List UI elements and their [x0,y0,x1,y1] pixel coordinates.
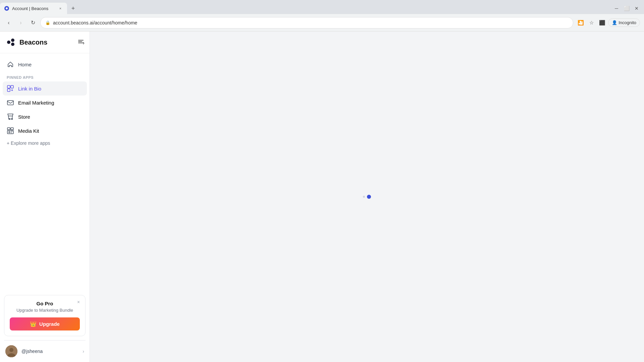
svg-rect-9 [11,85,13,88]
explore-more-link[interactable]: + Explore more apps [3,138,87,148]
upgrade-button[interactable]: 👑 Upgrade [10,317,80,330]
go-pro-close-button[interactable]: × [75,299,82,305]
sidebar-link-in-bio-label: Link in Bio [18,86,41,92]
incognito-indicator[interactable]: 👤 Incognito [608,18,640,27]
tab-close-button[interactable]: × [58,6,63,11]
svg-rect-16 [7,130,13,134]
window-controls: ─ ⬜ ✕ [612,4,644,13]
browser-tab-active[interactable]: Account | Beacons × [0,3,67,14]
crown-icon: 👑 [30,321,37,327]
go-pro-banner: × Go Pro Upgrade to Marketing Bundle 👑 U… [4,295,86,336]
extensions-button[interactable]: ⬛ [597,18,607,27]
go-pro-title: Go Pro [10,301,80,306]
tab-title: Account | Beacons [12,6,55,11]
svg-point-3 [11,39,14,42]
menu-toggle-button[interactable] [77,38,84,47]
bookmark-button[interactable]: ☆ [587,18,596,27]
link-in-bio-icon [7,85,14,92]
svg-rect-11 [7,101,13,105]
go-pro-subtitle: Upgrade to Marketing Bundle [10,308,80,313]
sidebar-item-email-marketing[interactable]: Email Marketing [3,96,87,110]
email-marketing-icon [7,99,14,106]
camera-off-button[interactable]: 🎦 [576,18,585,27]
upgrade-button-label: Upgrade [39,321,60,327]
svg-point-2 [7,41,10,44]
minimize-button[interactable]: ─ [612,4,621,13]
close-window-button[interactable]: ✕ [632,4,641,13]
sidebar-user-section[interactable]: @jsheena › [0,341,90,362]
sidebar-nav: Home PINNED APPS Link in Bio [0,53,90,291]
sidebar-item-media-kit[interactable]: Media Kit [3,124,87,138]
browser-chrome: Account | Beacons × + ─ ⬜ ✕ ‹ › ↻ 🔒 acco… [0,0,644,32]
media-kit-icon [7,127,14,134]
toolbar-actions: 🎦 ☆ ⬛ 👤 Incognito [576,18,640,27]
address-text: account.beacons.ai/account/home/home [53,20,137,25]
svg-rect-10 [7,89,10,92]
svg-point-4 [11,43,14,46]
svg-rect-8 [7,85,10,88]
logo-text: Beacons [19,39,47,46]
pinned-section-label: PINNED APPS [3,71,87,81]
sidebar-logo: Beacons [5,37,47,48]
sidebar-media-kit-label: Media Kit [18,128,39,134]
maximize-button[interactable]: ⬜ [622,4,631,13]
sidebar-email-marketing-label: Email Marketing [18,100,54,106]
address-bar[interactable]: 🔒 account.beacons.ai/account/home/home [40,17,573,28]
loading-dot-large [367,195,371,199]
url-path: /account/home/home [94,20,138,25]
user-handle: @jsheena [21,349,78,354]
back-button[interactable]: ‹ [4,18,13,27]
app-layout: Beacons Home [0,32,644,362]
sidebar-item-store[interactable]: Store [3,110,87,124]
svg-rect-6 [78,41,82,42]
store-icon [7,113,14,120]
tab-bar: Account | Beacons × + ─ ⬜ ✕ [0,0,644,14]
incognito-label: Incognito [619,20,636,25]
user-chevron-icon: › [83,349,84,354]
sidebar-item-home[interactable]: Home [3,57,87,71]
user-avatar [5,345,17,357]
profile-icon: 👤 [612,20,617,25]
svg-rect-15 [11,128,13,130]
svg-point-19 [9,348,13,352]
url-domain: account.beacons.ai [53,20,94,25]
loading-indicator [363,195,371,199]
svg-point-1 [6,7,8,9]
loading-dot-small [363,196,365,198]
sidebar-item-link-in-bio[interactable]: Link in Bio [3,81,87,96]
sidebar-home-label: Home [18,62,32,67]
tab-favicon [4,6,9,11]
svg-rect-5 [78,40,84,41]
sidebar-store-label: Store [18,114,30,120]
svg-rect-14 [7,128,10,130]
svg-point-17 [9,131,10,133]
browser-toolbar: ‹ › ↻ 🔒 account.beacons.ai/account/home/… [0,14,644,32]
home-icon [7,61,14,68]
forward-button[interactable]: › [16,18,25,27]
avatar-image [5,345,17,357]
new-tab-button[interactable]: + [68,4,78,13]
beacons-logo-icon [5,37,16,48]
reload-button[interactable]: ↻ [28,18,38,27]
svg-rect-7 [78,43,84,43]
sidebar: Beacons Home [0,32,90,362]
sidebar-header: Beacons [0,32,90,53]
main-content [90,32,644,362]
lock-icon: 🔒 [45,20,50,25]
